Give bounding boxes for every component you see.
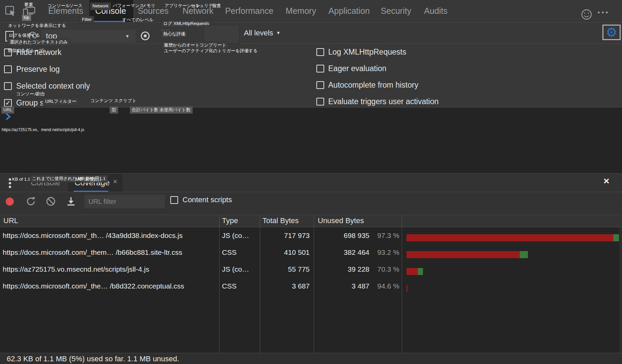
export-download-icon[interactable] — [66, 196, 76, 206]
checkbox-label: Log XMLHttpRequests — [328, 48, 406, 57]
translation-overlay: ネットワークを非表示にする — [8, 23, 66, 29]
console-toolbar: top ▼ Filter All levels ▼ ⚙ — [0, 22, 622, 44]
coverage-table-header: URL Type Total Bytes Unused Bytes — [0, 215, 622, 227]
checkbox-log-xmlhttprequests[interactable]: Log XMLHttpRequests — [316, 48, 406, 57]
checkbox-icon[interactable] — [170, 196, 178, 204]
checkbox-evaluate-triggers-user-activation[interactable]: Evaluate triggers user activation — [316, 97, 439, 106]
drawer-menu-dots-icon[interactable] — [9, 178, 11, 181]
table-row[interactable]: https://docs.microsoft.com/_them… /b66bc… — [0, 244, 622, 261]
translation-overlay: ログを保持する — [9, 33, 40, 38]
log-levels-dropdown[interactable]: All levels ▼ — [244, 22, 281, 43]
content-scripts-label: Content scripts — [182, 195, 232, 204]
checkbox-label: Eager evaluation — [328, 64, 387, 73]
close-icon[interactable]: × — [113, 178, 117, 185]
usage-bar — [406, 268, 423, 275]
feedback-smiley-icon[interactable] — [581, 9, 592, 20]
log-levels-value: All levels — [244, 29, 273, 37]
translation-overlay: 要素 — [24, 2, 33, 8]
translation-overlay: すべてのレベル — [122, 17, 153, 23]
column-divider[interactable] — [260, 215, 260, 353]
active-tab-underline — [90, 21, 125, 22]
active-drawer-tab-underline — [74, 191, 108, 192]
table-row[interactable]: https://az725175.vo.msecnd.net/scripts/j… — [0, 261, 622, 278]
column-divider[interactable] — [402, 215, 402, 353]
drawer-menu-dots-icon[interactable] — [9, 182, 11, 184]
column-divider[interactable] — [219, 215, 220, 353]
table-row[interactable]: https://docs.microsoft.com/_th… /43a9dd3… — [0, 227, 622, 244]
tab-memory[interactable]: Memory — [286, 0, 316, 22]
unused-bar-segment — [406, 234, 613, 241]
reload-icon[interactable] — [26, 196, 36, 207]
cell-total-bytes: 410 501 — [260, 248, 310, 256]
unused-bar-segment — [406, 268, 418, 275]
translation-overlay: top — [22, 15, 31, 21]
column-header-unused-bytes: Unused Bytes — [318, 216, 364, 225]
console-messages-area — [0, 107, 622, 174]
translation-overlay: KB of 1.1 — [12, 177, 30, 182]
clear-coverage-icon[interactable] — [46, 196, 56, 206]
checkbox-unchecked-icon[interactable] — [4, 82, 12, 90]
tab-security[interactable]: Security — [381, 0, 411, 22]
tab-performance[interactable]: Performance — [225, 0, 273, 22]
checkbox-selected-context-only[interactable]: Selected context only — [4, 82, 90, 91]
drawer-menu-dots-icon[interactable] — [9, 186, 11, 188]
translation-overlay: 熱心な評価 — [161, 31, 187, 38]
url-filter-input[interactable] — [84, 195, 165, 208]
content-scripts-checkbox[interactable]: Content scripts — [170, 195, 232, 204]
cell-type: JS (co… — [222, 265, 249, 273]
translation-overlay: コンソール — [16, 91, 38, 97]
chevron-down-icon: ▼ — [125, 34, 130, 39]
record-coverage-button[interactable] — [6, 198, 14, 206]
translation-overlay — [204, 25, 239, 43]
cell-url: https://docs.microsoft.com/_them… /b66bc… — [3, 248, 182, 256]
coverage-status-text: 62.3 KB of 1.1 MB (5%) used so far. 1.1 … — [7, 355, 179, 363]
cell-total-bytes: 3 687 — [260, 282, 310, 290]
coverage-table-body: https://docs.microsoft.com/_th… /43a9dd3… — [0, 227, 622, 353]
translation-overlay: コンソール — [48, 3, 70, 9]
coverage-status-bar: 62.3 KB of 1.1 MB (5%) used so far. 1.1 … — [0, 353, 622, 364]
translation-overlay: Network — [90, 3, 111, 10]
cell-type: CSS — [222, 282, 236, 290]
tab-audits[interactable]: Audits — [424, 0, 447, 22]
checkbox-label: Selected context only — [16, 82, 90, 91]
checkbox-autocomplete-from-history[interactable]: Autocomplete from history — [316, 81, 418, 90]
cell-total-bytes: 717 973 — [260, 232, 310, 240]
translation-overlay: 類似するグループ — [8, 48, 44, 54]
table-row[interactable]: https://docs.microsoft.com/_the… /b8d322… — [0, 278, 622, 295]
checkbox-label: Evaluate triggers user activation — [328, 97, 439, 106]
translation-overlay: 割合 — [36, 91, 45, 97]
translation-overlay: Filter — [80, 16, 94, 23]
translation-overlay: パフォーマンス — [113, 3, 144, 9]
cell-total-bytes: 55 775 — [260, 265, 310, 273]
checkbox-preserve-log[interactable]: Preserve log — [4, 65, 60, 74]
translation-overlay: URL — [1, 107, 14, 114]
checkbox-unchecked-icon[interactable] — [316, 81, 324, 89]
checkbox-unchecked-icon[interactable] — [316, 48, 324, 56]
main-menu-dots-icon[interactable] — [596, 10, 610, 14]
usage-bar — [406, 234, 619, 241]
translation-overlay: URLフィルター — [43, 98, 78, 105]
translation-overlay: 型 — [110, 107, 118, 114]
checkbox-unchecked-icon[interactable] — [4, 65, 12, 73]
inspect-icon[interactable] — [5, 5, 17, 18]
translation-overlay: ログ XMLHttpRequests — [161, 20, 211, 27]
translation-overlay: https://az725175.vo。mend net/scripts/jsl… — [2, 127, 84, 133]
checkbox-checked-icon[interactable]: ✓ — [4, 99, 12, 107]
live-expression-eye-icon[interactable] — [140, 31, 150, 41]
cell-unused-bytes: 39 228 — [314, 265, 369, 273]
check-mark-icon: ✓ — [5, 100, 11, 106]
translation-overlay: コンテンツ スクリプト — [90, 98, 137, 104]
checkbox-label: Autocomplete from history — [328, 81, 418, 90]
cell-unused-bytes: 382 464 — [314, 248, 369, 256]
translation-overlay: 監査 — [212, 3, 221, 9]
checkbox-unchecked-icon[interactable] — [316, 98, 324, 105]
checkbox-unchecked-icon[interactable] — [316, 65, 324, 72]
column-divider[interactable] — [314, 215, 314, 353]
cell-unused-percent: 70.3 % — [370, 265, 399, 273]
translation-overlay: 合計バイト数 — [130, 107, 161, 114]
tab-application[interactable]: Application — [329, 0, 370, 22]
console-settings-gear-button[interactable]: ⚙ — [602, 25, 621, 40]
used-bar-segment — [520, 251, 528, 258]
checkbox-eager-evaluation[interactable]: Eager evaluation — [316, 64, 387, 73]
drawer-close-button[interactable]: × — [603, 176, 610, 186]
